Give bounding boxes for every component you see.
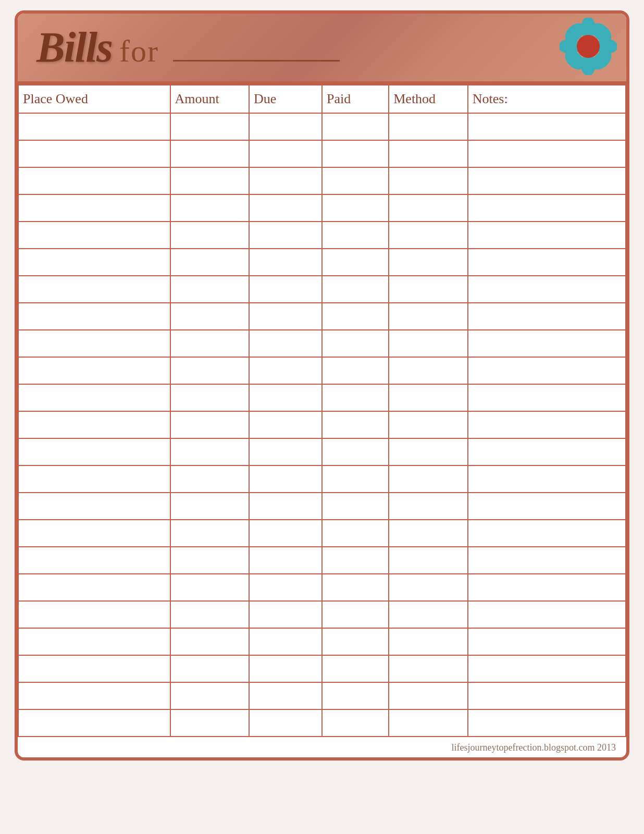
table-cell[interactable] [389, 709, 468, 737]
table-cell[interactable] [468, 249, 626, 276]
table-cell[interactable] [389, 330, 468, 357]
table-row[interactable] [18, 276, 626, 303]
table-cell[interactable] [249, 411, 322, 438]
table-cell[interactable] [322, 411, 389, 438]
name-underline[interactable] [173, 56, 340, 62]
table-cell[interactable] [322, 465, 389, 493]
table-cell[interactable] [249, 140, 322, 167]
table-row[interactable] [18, 140, 626, 167]
table-cell[interactable] [249, 330, 322, 357]
table-cell[interactable] [322, 194, 389, 222]
table-cell[interactable] [170, 601, 250, 628]
table-cell[interactable] [322, 167, 389, 194]
table-cell[interactable] [468, 384, 626, 411]
table-cell[interactable] [18, 682, 170, 709]
table-cell[interactable] [249, 384, 322, 411]
table-cell[interactable] [18, 384, 170, 411]
table-cell[interactable] [322, 438, 389, 465]
table-cell[interactable] [468, 601, 626, 628]
table-cell[interactable] [468, 303, 626, 330]
table-cell[interactable] [18, 655, 170, 682]
table-cell[interactable] [322, 249, 389, 276]
table-row[interactable] [18, 411, 626, 438]
table-cell[interactable] [249, 465, 322, 493]
table-row[interactable] [18, 709, 626, 737]
table-cell[interactable] [18, 276, 170, 303]
table-cell[interactable] [322, 628, 389, 655]
table-row[interactable] [18, 167, 626, 194]
table-cell[interactable] [322, 222, 389, 249]
table-cell[interactable] [18, 357, 170, 384]
table-cell[interactable] [170, 357, 250, 384]
table-cell[interactable] [249, 520, 322, 547]
table-cell[interactable] [170, 628, 250, 655]
table-cell[interactable] [322, 709, 389, 737]
table-cell[interactable] [170, 709, 250, 737]
table-cell[interactable] [18, 709, 170, 737]
table-cell[interactable] [18, 303, 170, 330]
table-cell[interactable] [170, 194, 250, 222]
table-row[interactable] [18, 547, 626, 574]
table-cell[interactable] [389, 465, 468, 493]
table-cell[interactable] [468, 547, 626, 574]
table-cell[interactable] [322, 574, 389, 601]
table-cell[interactable] [18, 520, 170, 547]
table-cell[interactable] [468, 357, 626, 384]
table-cell[interactable] [389, 655, 468, 682]
table-cell[interactable] [468, 330, 626, 357]
table-cell[interactable] [468, 276, 626, 303]
table-cell[interactable] [389, 493, 468, 520]
table-cell[interactable] [170, 249, 250, 276]
table-cell[interactable] [18, 601, 170, 628]
table-cell[interactable] [322, 330, 389, 357]
table-cell[interactable] [468, 682, 626, 709]
table-cell[interactable] [170, 167, 250, 194]
table-row[interactable] [18, 249, 626, 276]
table-cell[interactable] [468, 574, 626, 601]
table-row[interactable] [18, 222, 626, 249]
table-cell[interactable] [389, 547, 468, 574]
table-cell[interactable] [249, 574, 322, 601]
table-row[interactable] [18, 384, 626, 411]
table-cell[interactable] [389, 249, 468, 276]
table-cell[interactable] [18, 547, 170, 574]
table-cell[interactable] [249, 357, 322, 384]
table-cell[interactable] [18, 222, 170, 249]
table-cell[interactable] [170, 465, 250, 493]
table-cell[interactable] [18, 465, 170, 493]
table-row[interactable] [18, 574, 626, 601]
table-cell[interactable] [170, 655, 250, 682]
table-row[interactable] [18, 465, 626, 493]
table-cell[interactable] [170, 222, 250, 249]
table-cell[interactable] [389, 384, 468, 411]
table-cell[interactable] [249, 547, 322, 574]
table-cell[interactable] [322, 601, 389, 628]
table-cell[interactable] [249, 249, 322, 276]
table-cell[interactable] [170, 547, 250, 574]
table-cell[interactable] [249, 709, 322, 737]
table-row[interactable] [18, 493, 626, 520]
table-cell[interactable] [18, 167, 170, 194]
table-cell[interactable] [322, 140, 389, 167]
table-cell[interactable] [18, 493, 170, 520]
table-cell[interactable] [249, 276, 322, 303]
table-row[interactable] [18, 628, 626, 655]
table-cell[interactable] [18, 249, 170, 276]
table-cell[interactable] [170, 276, 250, 303]
table-cell[interactable] [322, 655, 389, 682]
table-cell[interactable] [322, 303, 389, 330]
table-cell[interactable] [249, 601, 322, 628]
table-cell[interactable] [170, 438, 250, 465]
table-cell[interactable] [18, 330, 170, 357]
table-cell[interactable] [249, 628, 322, 655]
table-cell[interactable] [389, 411, 468, 438]
table-cell[interactable] [389, 276, 468, 303]
table-cell[interactable] [468, 411, 626, 438]
table-cell[interactable] [322, 384, 389, 411]
table-cell[interactable] [322, 357, 389, 384]
table-cell[interactable] [468, 465, 626, 493]
table-cell[interactable] [249, 194, 322, 222]
table-row[interactable] [18, 682, 626, 709]
table-cell[interactable] [249, 655, 322, 682]
table-cell[interactable] [389, 222, 468, 249]
